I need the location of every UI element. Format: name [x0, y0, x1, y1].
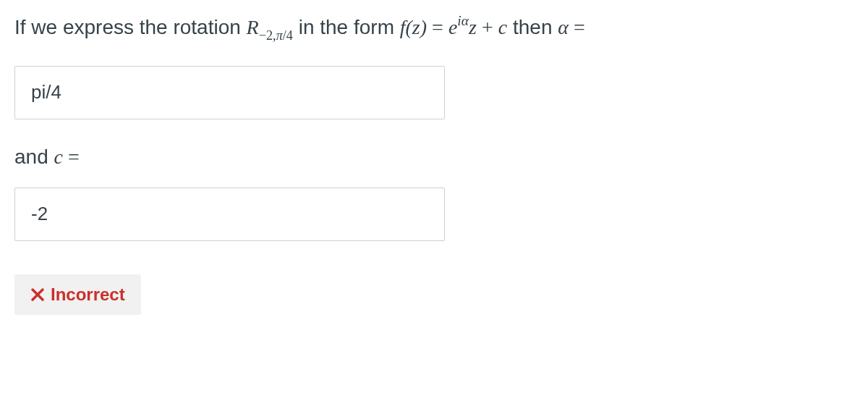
c-label: and c = — [14, 146, 854, 169]
x-icon — [30, 287, 45, 302]
c-input[interactable]: -2 — [14, 188, 445, 241]
question-middle: in the form — [293, 16, 400, 38]
f-of-z: f(z) — [400, 16, 427, 38]
exponent: iα — [457, 12, 469, 28]
z-symbol: z — [469, 16, 477, 38]
rotation-subscript: −2,π/4 — [259, 28, 293, 43]
alpha-symbol: α — [558, 16, 569, 38]
question-text: If we express the rotation R−2,π/4 in th… — [14, 13, 854, 44]
feedback-text: Incorrect — [51, 285, 125, 305]
question-prefix: If we express the rotation — [14, 16, 247, 38]
feedback-badge: Incorrect — [14, 274, 141, 315]
c-symbol: c — [498, 16, 507, 38]
rotation-R: R — [247, 16, 259, 38]
c-input-value: -2 — [31, 203, 48, 225]
e-symbol: e — [448, 16, 457, 38]
alpha-input-value: pi/4 — [31, 81, 61, 104]
then-text: then — [507, 16, 558, 38]
alpha-input[interactable]: pi/4 — [14, 66, 445, 119]
